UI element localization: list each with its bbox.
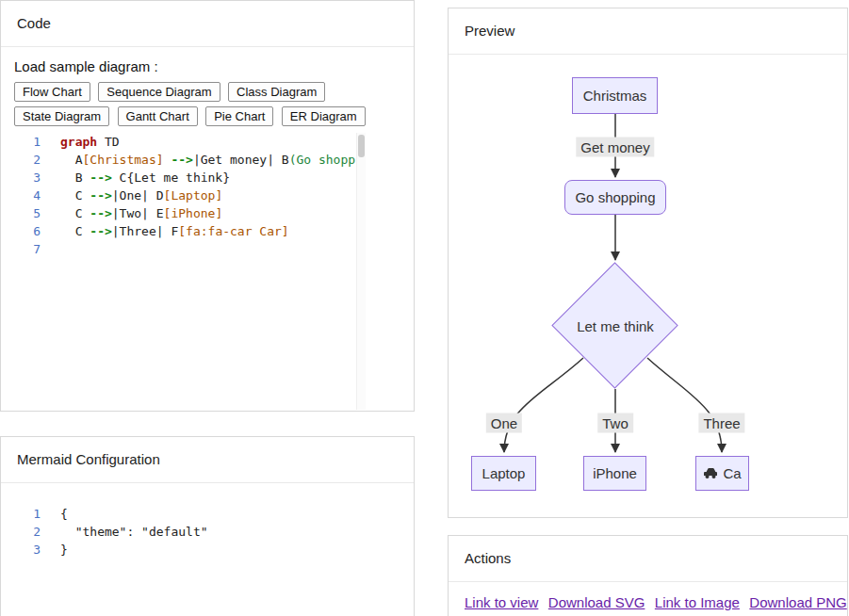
load-sample-label: Load sample diagram : xyxy=(14,58,400,74)
sample-button-row-2: State Diagram Gantt Chart Pie Chart ER D… xyxy=(14,106,414,128)
mermaid-configuration-panel: Mermaid Configuration 1{2 "theme": "defa… xyxy=(0,436,415,616)
edge-think-car xyxy=(647,358,722,452)
code-token: --> xyxy=(90,170,111,185)
link-to-image[interactable]: Link to Image xyxy=(655,594,740,610)
editor-line: 6 C -->|Three| F[fa:fa-car Car] xyxy=(8,222,355,240)
car-icon xyxy=(703,467,718,479)
code-token: TD xyxy=(97,135,119,149)
code-token: C xyxy=(60,188,90,203)
code-token: [fa:fa-car Car] xyxy=(178,224,288,238)
node-car-label: Ca xyxy=(723,465,741,481)
edge-label-get-money: Get money xyxy=(576,138,654,157)
code-token: graph xyxy=(60,135,97,149)
code-token: "theme": "default" xyxy=(60,525,208,539)
line-number: 2 xyxy=(8,151,41,169)
code-token: C xyxy=(60,206,90,220)
code-token: C{Let me think} xyxy=(112,170,230,185)
code-token: |Get money| B xyxy=(193,153,289,167)
line-number: 1 xyxy=(8,133,41,151)
code-token: --> xyxy=(171,153,192,167)
node-car: Ca xyxy=(695,456,749,491)
editor-line: 5 C -->|Two| E[iPhone] xyxy=(8,204,355,222)
actions-links-row: Link to view Download SVG Link to Image … xyxy=(465,594,848,611)
sample-button-row-1: Flow Chart Sequence Diagram Class Diagra… xyxy=(14,82,414,104)
edge-think-laptop xyxy=(504,358,583,452)
code-token: { xyxy=(60,507,68,521)
mermaid-live-editor: { "colors": { "accent_purple": "#9370DB"… xyxy=(0,0,849,616)
code-panel: Code Load sample diagram : Flow Chart Se… xyxy=(0,0,415,412)
code-token: B xyxy=(60,170,90,185)
code-token: [Christmas] xyxy=(82,153,163,167)
sample-button-er-diagram[interactable]: ER Diagram xyxy=(282,106,366,126)
preview-panel: Preview Christmas Get money Go shopping … xyxy=(448,8,848,518)
sample-button-pie-chart[interactable]: Pie Chart xyxy=(205,106,273,126)
node-go-shopping: Go shopping xyxy=(564,180,666,215)
edge-label-one: One xyxy=(486,413,522,433)
line-number: 1 xyxy=(8,505,41,523)
node-iphone: iPhone xyxy=(583,456,646,491)
code-token: [iPhone] xyxy=(164,206,223,220)
line-number: 3 xyxy=(8,541,41,559)
code-token: --> xyxy=(90,188,111,203)
editor-line: 7 xyxy=(8,240,355,258)
line-number: 5 xyxy=(8,204,41,222)
line-number: 4 xyxy=(8,186,41,204)
editor-line: 1{ xyxy=(8,505,355,523)
code-token: C xyxy=(60,224,90,238)
code-token: |One| D xyxy=(112,188,164,203)
code-token: |Two| E xyxy=(112,206,164,220)
download-png-link[interactable]: Download PNG xyxy=(749,594,846,610)
sample-button-class-diagram[interactable]: Class Diagram xyxy=(228,82,325,102)
editor-line: 2 A[Christmas] -->|Get money| B(Go shopp… xyxy=(8,151,355,169)
node-laptop: Laptop xyxy=(471,456,536,491)
download-svg-link[interactable]: Download SVG xyxy=(548,594,645,610)
code-token: A xyxy=(60,153,82,167)
code-token: --> xyxy=(90,224,111,238)
line-number: 3 xyxy=(8,169,41,186)
line-number: 2 xyxy=(8,523,41,541)
sample-button-sequence-diagram[interactable]: Sequence Diagram xyxy=(98,82,220,102)
config-panel-title: Mermaid Configuration xyxy=(1,437,414,483)
config-editor[interactable]: 1{2 "theme": "default"3} xyxy=(8,505,355,614)
actions-panel-title: Actions xyxy=(449,536,847,582)
scrollbar-thumb[interactable] xyxy=(358,135,365,157)
editor-line: 3} xyxy=(8,541,355,559)
sample-button-flow-chart[interactable]: Flow Chart xyxy=(14,82,90,102)
node-christmas: Christmas xyxy=(572,77,658,114)
sample-button-state-diagram[interactable]: State Diagram xyxy=(14,106,109,126)
code-token: |Three| F xyxy=(112,224,178,238)
node-let-me-think-label: Let me think xyxy=(577,318,654,334)
code-token: (Go shopping) xyxy=(289,153,355,167)
code-token: --> xyxy=(90,206,111,220)
editor-line: 2 "theme": "default" xyxy=(8,523,355,541)
editor-line: 4 C -->|One| D[Laptop] xyxy=(8,186,355,204)
editor-line: 3 B --> C{Let me think} xyxy=(8,169,355,186)
editor-line: 1graph TD xyxy=(8,133,355,151)
edge-label-two: Two xyxy=(597,413,633,433)
code-token: [Laptop] xyxy=(164,188,223,203)
sample-button-gantt-chart[interactable]: Gantt Chart xyxy=(118,106,198,126)
code-panel-title: Code xyxy=(1,1,414,47)
code-editor-scrollbar[interactable] xyxy=(356,133,366,410)
line-number: 6 xyxy=(8,222,41,240)
code-editor[interactable]: 1graph TD2 A[Christmas] -->|Get money| B… xyxy=(8,133,355,410)
edge-label-three: Three xyxy=(698,413,744,433)
preview-panel-title: Preview xyxy=(449,8,847,55)
actions-panel: Actions Link to view Download SVG Link t… xyxy=(448,535,848,616)
code-token: } xyxy=(60,543,68,557)
line-number: 7 xyxy=(8,240,41,258)
link-to-view[interactable]: Link to view xyxy=(465,594,538,610)
